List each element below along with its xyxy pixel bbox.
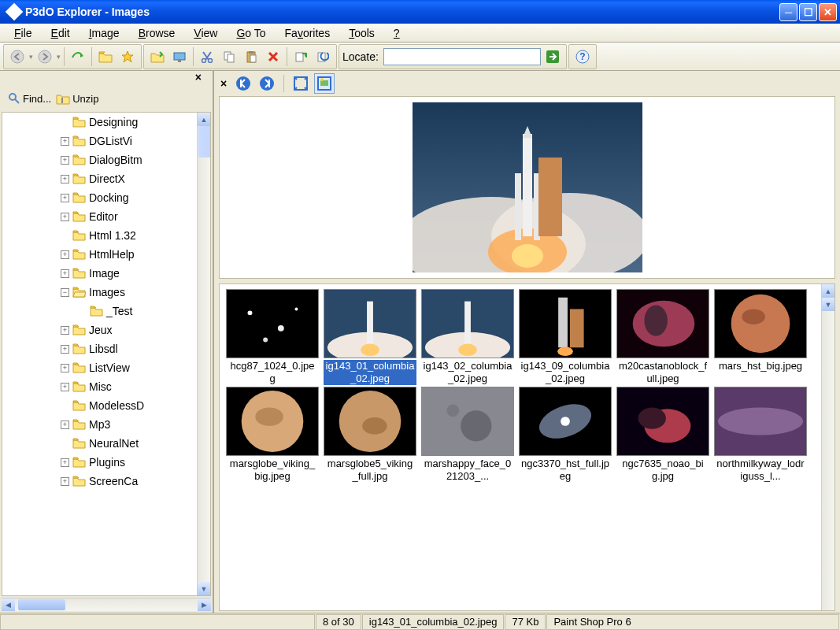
- svg-rect-22: [320, 80, 328, 86]
- thumbnail-item[interactable]: marsglobe5_viking_full.jpg: [322, 387, 418, 483]
- tree-expander[interactable]: +: [61, 458, 69, 467]
- up-button[interactable]: [68, 46, 88, 67]
- tree-expander[interactable]: +: [61, 175, 69, 183]
- svg-rect-7: [228, 54, 234, 62]
- maximize-button[interactable]: ☐: [799, 3, 817, 21]
- tree-item[interactable]: +ListView: [2, 358, 197, 377]
- menu-image[interactable]: Image: [81, 25, 128, 41]
- thumbnail-item[interactable]: hcg87_1024_0.jpeg: [224, 289, 320, 385]
- thumbnail-item[interactable]: ngc7635_noao_big.jpg: [615, 387, 711, 483]
- tree-item[interactable]: +DirectX: [2, 169, 197, 188]
- thumbnail-item[interactable]: marsglobe_viking_big.jpeg: [224, 387, 320, 483]
- tree-expander[interactable]: +: [61, 477, 69, 486]
- find-tool[interactable]: Find...: [8, 92, 51, 105]
- delete-button[interactable]: [263, 46, 283, 67]
- thumbnail-item[interactable]: marshappy_face_021203_...: [420, 387, 516, 483]
- thumbnail-item[interactable]: m20castanoblock_full.jpeg: [615, 289, 711, 385]
- tree-expander[interactable]: +: [61, 326, 69, 335]
- svg-rect-33: [227, 290, 318, 358]
- thumbnails-pane: hcg87_1024_0.jpegig143_01_columbia_02.jp…: [219, 284, 835, 611]
- refresh-button[interactable]: [313, 46, 333, 67]
- menu-browse[interactable]: Browse: [131, 25, 183, 41]
- minimize-button[interactable]: ─: [779, 3, 797, 21]
- close-button[interactable]: ✕: [819, 3, 837, 21]
- tree-label: ListView: [89, 361, 130, 374]
- back-button[interactable]: [7, 46, 28, 67]
- tree-expander[interactable]: +: [61, 213, 69, 221]
- tree-item[interactable]: Designing: [2, 113, 197, 132]
- thumbnail-item[interactable]: ngc3370_hst_full.jpeg: [517, 387, 613, 483]
- tree-expander[interactable]: +: [61, 269, 69, 278]
- tree-item[interactable]: +Docking: [2, 188, 197, 207]
- tree-expander[interactable]: +: [61, 137, 69, 146]
- forward-button[interactable]: [35, 46, 55, 67]
- tree-item[interactable]: +Libsdl: [2, 339, 197, 358]
- tree-expander[interactable]: +: [61, 364, 69, 372]
- actual-size-button[interactable]: [314, 73, 335, 94]
- tree-item[interactable]: +DialogBitm: [2, 150, 197, 169]
- tree-label: HtmlHelp: [89, 248, 135, 261]
- export-button[interactable]: [290, 46, 311, 67]
- tree-scrollbar[interactable]: ▲▼: [197, 113, 210, 595]
- tree-expander[interactable]: +: [61, 250, 69, 259]
- menu-favorites[interactable]: Favorites: [277, 25, 339, 41]
- menu-edit[interactable]: Edit: [43, 25, 78, 41]
- tree-item[interactable]: +Mp3: [2, 415, 197, 434]
- tree-item[interactable]: _Test: [2, 302, 197, 321]
- copy-button[interactable]: [219, 46, 239, 67]
- next-image-button[interactable]: [257, 73, 277, 94]
- locate-go-button[interactable]: [542, 46, 563, 67]
- menu-tools[interactable]: Tools: [341, 25, 383, 41]
- tree-item[interactable]: +Editor: [2, 207, 197, 226]
- open-folder-button[interactable]: [147, 46, 168, 67]
- folder-button[interactable]: [95, 46, 116, 67]
- tree-expander[interactable]: +: [61, 383, 69, 391]
- thumbnail-item[interactable]: mars_hst_big.jpeg: [712, 289, 809, 385]
- unzip-tool[interactable]: Unzip: [56, 92, 98, 105]
- paste-button[interactable]: [241, 46, 261, 67]
- thumbnail-item[interactable]: ig143_09_columbia_02.jpeg: [517, 289, 613, 385]
- tree-item[interactable]: +ScreenCa: [2, 472, 197, 491]
- tree-expander[interactable]: +: [61, 194, 69, 202]
- thumbnail-item[interactable]: ig143_02_columbia_02.jpeg: [420, 289, 516, 385]
- tree-expander[interactable]: +: [61, 156, 69, 165]
- desktop-button[interactable]: [169, 46, 190, 67]
- thumbnail-label: ngc7635_noao_big.jpg: [616, 458, 709, 483]
- tree-item[interactable]: +Image: [2, 264, 197, 283]
- fit-screen-button[interactable]: [290, 73, 311, 94]
- tree-item[interactable]: +Misc: [2, 377, 197, 396]
- cut-button[interactable]: [197, 46, 217, 67]
- menu-view[interactable]: View: [186, 25, 225, 41]
- tree-item[interactable]: NeuralNet: [2, 434, 197, 453]
- folder-tree[interactable]: Designing+DGListVi+DialogBitm+DirectX+Do…: [2, 112, 211, 596]
- tree-item[interactable]: +HtmlHelp: [2, 245, 197, 264]
- sidebar-close-icon[interactable]: ×: [195, 71, 202, 83]
- tree-expander[interactable]: +: [61, 421, 69, 429]
- tree-item[interactable]: −Images: [2, 283, 197, 302]
- tree-expander[interactable]: −: [61, 288, 69, 297]
- tree-item[interactable]: ModelessD: [2, 396, 197, 415]
- tree-expander[interactable]: +: [61, 345, 69, 354]
- tree-item[interactable]: Html 1.32: [2, 226, 197, 245]
- tree-hscrollbar[interactable]: ◀▶: [2, 598, 211, 611]
- locate-input[interactable]: [383, 48, 541, 65]
- tree-label: DirectX: [89, 172, 125, 185]
- preview-close-icon[interactable]: ×: [220, 77, 227, 90]
- preview-image: [413, 102, 642, 272]
- svg-point-16: [9, 94, 16, 100]
- menu-file[interactable]: File: [6, 25, 40, 41]
- menu-?[interactable]: ?: [386, 25, 408, 41]
- favorites-button[interactable]: [117, 46, 138, 67]
- prev-image-button[interactable]: [233, 73, 253, 94]
- svg-point-5: [209, 58, 213, 62]
- thumbnail-item[interactable]: northmilkyway_lodriguss_l...: [712, 387, 809, 483]
- tree-item[interactable]: +Plugins: [2, 453, 197, 472]
- svg-point-19: [260, 76, 274, 91]
- menu-go-to[interactable]: Go To: [228, 25, 273, 41]
- tree-label: Misc: [89, 380, 112, 393]
- thumbs-scrollbar[interactable]: ▲▼: [821, 284, 834, 610]
- thumbnail-item[interactable]: ig143_01_columbia_02.jpeg: [322, 289, 418, 385]
- tree-item[interactable]: +Jeux: [2, 321, 197, 339]
- tree-item[interactable]: +DGListVi: [2, 132, 197, 150]
- help-button[interactable]: ?: [572, 46, 593, 67]
